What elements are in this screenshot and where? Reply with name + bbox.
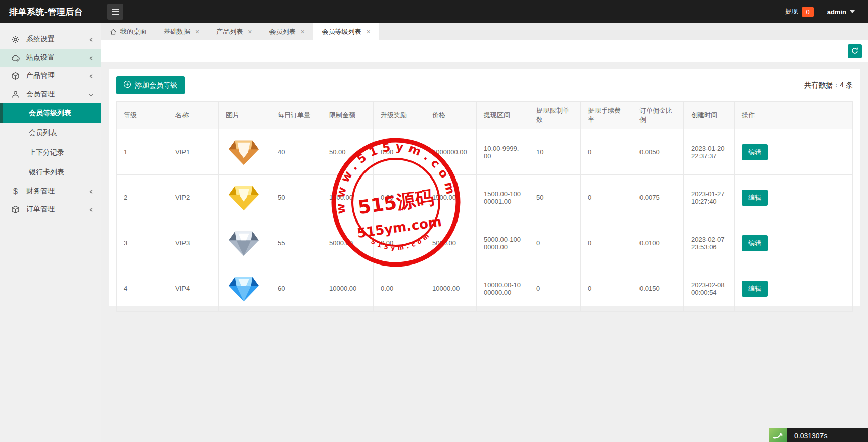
gear-icon <box>11 35 20 44</box>
blue-diamond-image <box>226 274 261 303</box>
sidebar-item-system-settings[interactable]: 系统设置 <box>0 30 101 49</box>
sidebar-item-label: 产品管理 <box>26 71 88 80</box>
cell-daily-orders: 50 <box>270 175 322 220</box>
gold-diamond-image <box>226 183 261 212</box>
cell-withdraw-fee: 0 <box>581 175 632 220</box>
tab-member-list[interactable]: 会员列表 × <box>260 23 313 40</box>
cell-upgrade-reward: 0.00 <box>374 266 425 312</box>
table-row: 3 VIP3 55 5000.00 0.00 5000.00 500 <box>117 220 853 266</box>
card-header: 添加会员等级 共有数据：4 条 <box>109 69 860 101</box>
close-icon[interactable]: × <box>248 28 252 35</box>
topbar: 排单系统-管理后台 提现 0 admin <box>0 0 868 23</box>
cell-withdraw-range: 10.00-9999.00 <box>477 129 529 175</box>
member-level-table: 等级 名称 图片 每日订单量 限制金额 升级奖励 价格 提现区间 提现限制单数 … <box>116 101 853 312</box>
cell-level: 1 <box>117 129 168 175</box>
sidebar-item-order-management[interactable]: 订单管理 <box>0 200 101 218</box>
content-toolbar <box>101 40 868 62</box>
col-actions: 操作 <box>735 102 853 129</box>
cell-actions: 编辑 <box>735 220 853 266</box>
withdraw-count-badge: 0 <box>802 7 813 17</box>
hamburger-icon <box>112 9 119 10</box>
sidebar-item-finance-management[interactable]: $ 财务管理 <box>0 182 101 200</box>
edit-button[interactable]: 编辑 <box>742 281 768 297</box>
col-daily-orders: 每日订单量 <box>270 102 322 129</box>
sidebar-item-member-list[interactable]: 会员列表 <box>0 123 101 143</box>
sidebar-item-label: 财务管理 <box>26 187 88 196</box>
cell-commission: 0.0100 <box>632 220 684 266</box>
cell-commission: 0.0050 <box>632 129 684 175</box>
col-withdraw-range: 提现区间 <box>477 102 529 129</box>
tab-basic-data[interactable]: 基础数据 × <box>155 23 208 40</box>
cell-actions: 编辑 <box>735 129 853 175</box>
cell-limit-amount: 5000.00 <box>322 220 374 266</box>
trace-time-value: 0.031307s <box>794 432 827 440</box>
tab-member-level-list[interactable]: 会员等级列表 × <box>313 23 379 40</box>
cell-withdraw-limit: 10 <box>529 129 581 175</box>
cell-image <box>219 129 270 175</box>
chevron-left-icon <box>88 36 94 42</box>
sidebar-item-label: 站点设置 <box>26 53 88 62</box>
refresh-button[interactable] <box>848 44 862 58</box>
cell-withdraw-fee: 0 <box>581 266 632 312</box>
menu-toggle-button[interactable] <box>107 4 123 20</box>
cell-limit-amount: 50.00 <box>322 129 374 175</box>
box-icon <box>11 205 20 214</box>
tab-label: 基础数据 <box>164 27 190 36</box>
cell-level: 4 <box>117 266 168 312</box>
sidebar-subitem-label: 银行卡列表 <box>29 168 64 177</box>
sidebar-item-bank-card-list[interactable]: 银行卡列表 <box>0 162 101 182</box>
edit-button[interactable]: 编辑 <box>742 235 768 251</box>
sidebar-item-member-level-list[interactable]: 会员等级列表 <box>0 103 101 123</box>
col-level: 等级 <box>117 102 168 129</box>
table-row: 2 VIP2 50 1500.00 0.00 1500.00 1500.00-1… <box>117 175 853 220</box>
trace-time-box: 0.031307s <box>787 428 868 442</box>
username: admin <box>827 8 846 16</box>
sidebar-subitem-label: 上下分记录 <box>29 148 64 157</box>
member-level-card: 添加会员等级 共有数据：4 条 等级 名称 图片 每日订单量 限制金额 升级奖励… <box>109 69 860 306</box>
close-icon[interactable]: × <box>195 28 199 35</box>
table-row: 1 VIP1 40 50.00 0.00 1000000.00 10.00-99… <box>117 129 853 175</box>
withdraw-menu[interactable]: 提现 0 <box>785 7 813 17</box>
sidebar-item-site-settings[interactable]: 站点设置 <box>0 49 101 67</box>
cell-level: 3 <box>117 220 168 266</box>
cell-upgrade-reward: 0.00 <box>374 129 425 175</box>
chevron-down-icon <box>850 10 855 13</box>
add-member-level-button[interactable]: 添加会员等级 <box>116 76 185 94</box>
tab-my-desktop[interactable]: 我的桌面 <box>101 23 155 40</box>
sidebar-item-product-management[interactable]: 产品管理 <box>0 67 101 85</box>
sidebar-item-label: 系统设置 <box>26 35 88 44</box>
cell-withdraw-limit: 50 <box>529 175 581 220</box>
add-button-label: 添加会员等级 <box>135 81 177 90</box>
sidebar-item-score-records[interactable]: 上下分记录 <box>0 143 101 162</box>
cell-withdraw-limit: 0 <box>529 220 581 266</box>
cell-price: 10000.00 <box>425 266 477 312</box>
cell-name: VIP1 <box>168 129 219 175</box>
cell-price: 5000.00 <box>425 220 477 266</box>
sidebar-subitem-label: 会员等级列表 <box>29 109 71 118</box>
dollar-icon: $ <box>11 187 20 196</box>
cell-level: 2 <box>117 175 168 220</box>
cell-image <box>219 220 270 266</box>
close-icon[interactable]: × <box>300 28 304 35</box>
close-icon[interactable]: × <box>367 28 371 35</box>
cell-actions: 编辑 <box>735 266 853 312</box>
cell-image <box>219 266 270 312</box>
table-row: 4 VIP4 60 10000.00 0.00 10000.00 1 <box>117 266 853 312</box>
cell-withdraw-limit: 0 <box>529 266 581 312</box>
user-menu[interactable]: admin <box>827 8 855 16</box>
chevron-left-icon <box>88 55 94 61</box>
col-limit-amount: 限制金额 <box>322 102 374 129</box>
cell-upgrade-reward: 0.00 <box>374 175 425 220</box>
edit-button[interactable]: 编辑 <box>742 190 768 206</box>
edit-button[interactable]: 编辑 <box>742 144 768 160</box>
cell-daily-orders: 55 <box>270 220 322 266</box>
orange-diamond-image <box>226 138 261 167</box>
tab-product-list[interactable]: 产品列表 × <box>208 23 260 40</box>
app-title: 排单系统-管理后台 <box>0 6 101 18</box>
trace-toggle-icon[interactable] <box>769 428 787 442</box>
cell-commission: 0.0075 <box>632 175 684 220</box>
sidebar-item-member-management[interactable]: 会员管理 <box>0 85 101 103</box>
col-withdraw-limit: 提现限制单数 <box>529 102 581 129</box>
cell-created: 2023-02-07 23:53:06 <box>684 220 735 266</box>
cell-withdraw-fee: 0 <box>581 129 632 175</box>
